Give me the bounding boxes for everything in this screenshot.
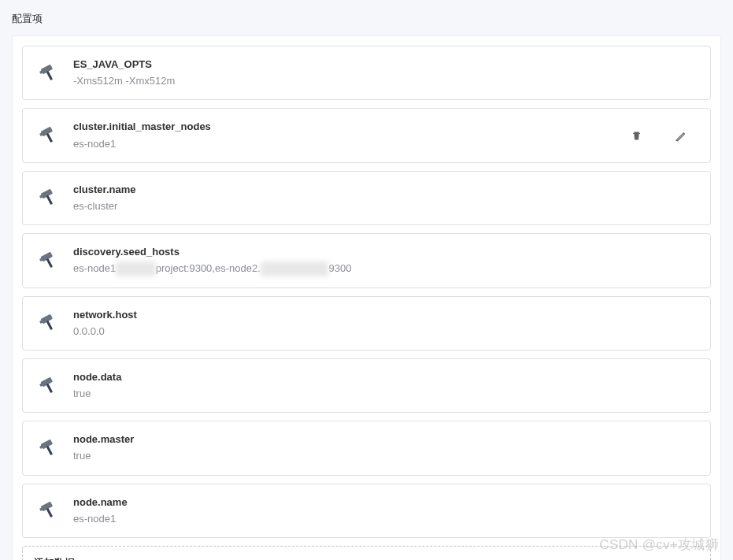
config-item-icon <box>37 375 59 397</box>
config-item[interactable]: network.host0.0.0.0 <box>22 296 711 350</box>
config-value-part: 9300 <box>328 262 351 274</box>
config-key: node.master <box>73 432 696 447</box>
svg-rect-8 <box>46 195 53 205</box>
edit-icon <box>675 130 687 142</box>
hammer-icon <box>37 375 59 397</box>
config-value: es-node1 <box>73 512 696 526</box>
add-data-title: 添加数据 <box>34 556 699 560</box>
config-item-content: cluster.initial_master_nodeses-node1 <box>73 120 630 150</box>
hammer-icon <box>37 187 59 209</box>
config-item-content: network.host0.0.0.0 <box>73 308 696 339</box>
masked-segment <box>261 261 329 276</box>
config-item[interactable]: node.datatrue <box>22 358 711 413</box>
config-value: true <box>73 449 696 463</box>
config-item-content: node.datatrue <box>73 370 696 401</box>
hammer-icon <box>37 437 59 459</box>
config-list-card: ES_JAVA_OPTS-Xms512m -Xmx512m cluster.in… <box>12 35 721 560</box>
config-item-icon <box>37 187 59 209</box>
config-item-actions <box>630 129 696 142</box>
config-item-icon <box>37 62 59 84</box>
config-item-icon <box>37 124 59 146</box>
config-item[interactable]: cluster.namees-cluster <box>22 171 711 225</box>
hammer-icon <box>37 124 59 146</box>
config-item-icon <box>37 312 59 334</box>
config-value: es-cluster <box>73 199 696 213</box>
config-item-icon <box>37 499 59 521</box>
watermark: CSDN @cv+攻城狮 <box>599 536 719 554</box>
config-item-content: node.mastertrue <box>73 432 696 463</box>
config-item[interactable]: discovery.seed_hostses-node1 project:930… <box>22 233 711 287</box>
config-item[interactable]: cluster.initial_master_nodeses-node1 <box>22 108 711 162</box>
config-item[interactable]: node.mastertrue <box>22 421 711 475</box>
config-item-content: ES_JAVA_OPTS-Xms512m -Xmx512m <box>73 57 696 88</box>
hammer-icon <box>37 499 59 521</box>
hammer-icon <box>37 312 59 334</box>
masked-segment <box>116 261 156 276</box>
config-item[interactable]: node.namees-node1 <box>22 484 711 538</box>
config-item-content: discovery.seed_hostses-node1 project:930… <box>73 245 696 276</box>
config-value: 0.0.0.0 <box>73 325 696 339</box>
svg-rect-5 <box>46 133 53 143</box>
config-key: discovery.seed_hosts <box>73 245 696 259</box>
hammer-icon <box>37 250 59 272</box>
config-value: -Xms512m -Xmx512m <box>73 74 696 88</box>
config-item-icon <box>37 250 59 272</box>
svg-rect-11 <box>46 258 53 268</box>
config-value-part: es-node1 <box>73 262 116 274</box>
config-item-content: cluster.namees-cluster <box>73 183 696 213</box>
hammer-icon <box>37 62 59 84</box>
trash-icon <box>631 130 642 142</box>
svg-rect-20 <box>46 446 53 455</box>
svg-rect-2 <box>46 71 53 80</box>
config-value: es-node1 <box>73 137 630 151</box>
config-item-icon <box>37 437 59 459</box>
config-value: true <box>73 387 696 401</box>
svg-rect-14 <box>46 321 53 330</box>
config-item-content: node.namees-node1 <box>73 495 696 526</box>
config-key: node.name <box>73 495 696 510</box>
config-key: network.host <box>73 308 696 322</box>
config-key: ES_JAVA_OPTS <box>73 57 696 72</box>
svg-rect-23 <box>46 508 53 517</box>
svg-rect-17 <box>46 383 53 392</box>
config-key: node.data <box>73 370 696 384</box>
config-item[interactable]: ES_JAVA_OPTS-Xms512m -Xmx512m <box>22 46 711 100</box>
config-value: es-node1 project:9300,es-node2. 9300 <box>73 261 696 276</box>
edit-button[interactable] <box>674 129 687 142</box>
section-title: 配置项 <box>12 12 721 26</box>
config-key: cluster.name <box>73 183 696 197</box>
delete-button[interactable] <box>630 129 642 142</box>
config-value-part: project:9300,es-node2. <box>156 262 261 274</box>
config-key: cluster.initial_master_nodes <box>73 120 630 134</box>
